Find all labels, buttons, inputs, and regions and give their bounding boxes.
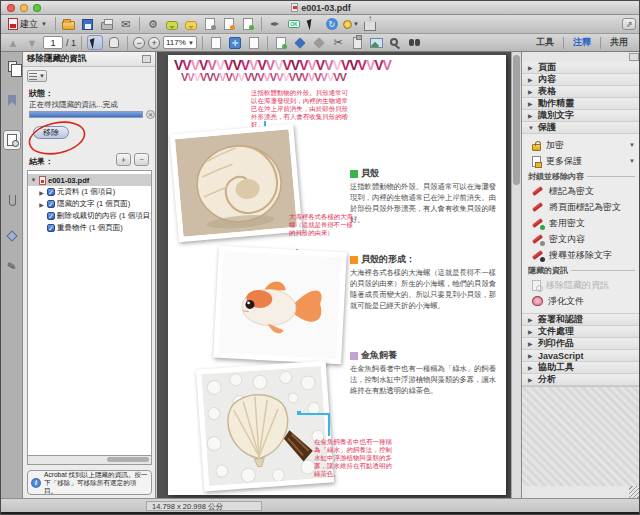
share-button[interactable] xyxy=(362,17,378,32)
tree-root-row[interactable]: ▼ e001-03.pdf xyxy=(28,174,151,186)
tree-item-hidden-text[interactable]: ▶ ✓ 隱藏的文字 (1 個頁面) xyxy=(28,198,151,210)
comments-pane-button[interactable]: 注釋 xyxy=(564,34,600,51)
tree-item-metadata[interactable]: ▶ ✓ 元資料 (1 個項目) xyxy=(28,186,151,198)
snapshot-button[interactable] xyxy=(368,35,384,50)
blue-tag-button[interactable] xyxy=(292,35,308,50)
toolbar-separator xyxy=(267,36,268,50)
divider xyxy=(587,176,635,177)
pdf-document-icon xyxy=(291,3,298,12)
mark-pages-redaction-item[interactable]: 將頁面標記為密文 xyxy=(522,199,640,215)
window-resize-grip[interactable] xyxy=(629,486,640,498)
encrypt-item[interactable]: 加密 ▼ xyxy=(522,137,640,153)
check-badge-icon xyxy=(540,225,545,230)
sign-pen-button[interactable]: ✒ xyxy=(267,17,283,32)
review-button[interactable] xyxy=(273,35,289,50)
pane-buttons: 工具 注釋 共用 xyxy=(527,34,637,51)
results-horizontal-scrollbar[interactable] xyxy=(27,456,152,465)
next-page-button[interactable]: ▼ xyxy=(24,35,40,50)
document-vertical-scrollbar[interactable] xyxy=(511,52,521,498)
title-bar[interactable]: e001-03.pdf xyxy=(1,1,640,15)
hidden-info-panel-button[interactable] xyxy=(3,130,21,150)
section-analyze[interactable]: ▶分析 xyxy=(522,374,640,386)
zoom-in-button[interactable]: + xyxy=(148,37,160,49)
gray-tag-button[interactable] xyxy=(311,35,327,50)
printer-icon xyxy=(101,22,113,30)
layers-panel-button[interactable] xyxy=(4,228,20,244)
checkbox-checked-icon[interactable]: ✓ xyxy=(47,188,55,196)
ok-stamp-button[interactable]: OK xyxy=(286,17,302,32)
advanced-search-button[interactable] xyxy=(406,35,422,50)
signatures-panel-button[interactable]: ✎ xyxy=(4,258,20,274)
more-protection-item[interactable]: 更多保護 ▼ xyxy=(522,153,640,169)
checkbox-checked-icon[interactable]: ✓ xyxy=(47,212,55,220)
page-number-input[interactable] xyxy=(43,36,63,49)
section-protection[interactable]: ▼保護 xyxy=(522,122,640,134)
single-page-icon xyxy=(249,37,259,49)
select-tool-button[interactable] xyxy=(87,35,103,50)
print-button[interactable] xyxy=(99,17,115,32)
share-pane-button[interactable]: 共用 xyxy=(601,34,637,51)
edit-document-button[interactable] xyxy=(202,17,218,32)
search-remove-text-item[interactable]: 搜尋並移除文字 xyxy=(522,247,640,263)
document-view[interactable]: VVVVVVVVVVVVVVVVVVVVVVVVVVVVVVVVVVVVVVVV… xyxy=(157,52,511,498)
panel-corner-icon[interactable] xyxy=(629,53,639,61)
fullscreen-button[interactable]: ⇗ xyxy=(621,17,637,32)
redaction-properties-item[interactable]: 密文內容 xyxy=(522,231,640,247)
sanitize-document-item[interactable]: 淨化文件 xyxy=(522,293,640,309)
remove-button[interactable]: 移除 xyxy=(33,126,69,139)
settings-button[interactable]: ⚙ xyxy=(145,17,161,32)
checkbox-checked-icon[interactable]: ✓ xyxy=(47,200,55,208)
chevron-down-icon[interactable]: ▼ xyxy=(629,158,635,164)
open-file-button[interactable] xyxy=(61,17,77,32)
collapse-all-button[interactable]: － xyxy=(134,153,149,166)
scrollbar-thumb[interactable] xyxy=(107,457,149,462)
disclosure-open-icon[interactable]: ▼ xyxy=(30,177,37,183)
expand-all-button[interactable]: ＋ xyxy=(116,153,131,166)
checkbox-checked-icon[interactable]: ✓ xyxy=(47,224,55,232)
hand-tool-button[interactable] xyxy=(106,35,122,50)
info-icon: i xyxy=(31,478,41,488)
disclosure-closed-icon[interactable]: ▶ xyxy=(38,189,45,196)
single-page-button[interactable] xyxy=(246,35,262,50)
page-thumbnails-panel-button[interactable] xyxy=(4,58,20,74)
scrolling-mode-button[interactable] xyxy=(208,35,224,50)
panel-collapse-icon[interactable] xyxy=(142,55,151,63)
clipboard-button[interactable] xyxy=(349,35,365,50)
comment-button[interactable] xyxy=(164,17,180,32)
mark-for-redaction-item[interactable]: 標記為密文 xyxy=(522,183,640,199)
disclosure-closed-icon[interactable]: ▶ xyxy=(38,201,45,208)
tools-pane-button[interactable]: 工具 xyxy=(527,34,563,51)
attachments-panel-button[interactable] xyxy=(4,192,20,208)
search-button[interactable] xyxy=(387,35,403,50)
chevron-down-icon[interactable]: ▼ xyxy=(629,142,635,148)
panel-options-button[interactable]: ▼ xyxy=(27,70,47,82)
email-button[interactable]: ✉ xyxy=(118,17,134,32)
scrollbar-thumb[interactable] xyxy=(513,55,520,185)
fit-window-button[interactable]: ✛ xyxy=(227,35,243,50)
status-text: 正在尋找隱藏的資訊...完成 xyxy=(29,100,118,110)
section-heading-formation: 貝殼的形成： xyxy=(350,253,415,266)
zoom-out-button[interactable]: − xyxy=(133,37,145,49)
previous-page-button[interactable]: ▲ xyxy=(5,35,21,50)
cancel-progress-button[interactable]: ✕ xyxy=(146,110,155,119)
tree-item-deleted-content[interactable]: ✓ 刪除或裁切的內容 (1 個項目) xyxy=(28,210,151,222)
geolocation-button[interactable]: ▼ xyxy=(343,17,359,32)
remove-hidden-info-item[interactable]: 移除隱藏的資訊 xyxy=(522,277,640,293)
expand-arrows-icon: ⇗ xyxy=(622,18,636,30)
toolbar-separator xyxy=(261,17,262,31)
export-document-button[interactable] xyxy=(221,17,237,32)
select-cursor-button[interactable] xyxy=(305,17,321,32)
save-file-button[interactable] xyxy=(80,17,96,32)
zoom-level-select[interactable]: 117% ▼ xyxy=(163,36,197,49)
annotate-comment-button[interactable] xyxy=(183,17,199,32)
section-print-production[interactable]: ▶列印作品 xyxy=(522,338,640,350)
apply-redactions-item[interactable]: 套用密文 xyxy=(522,215,640,231)
attach-document-button[interactable] xyxy=(240,17,256,32)
acrobat-window: e001-03.pdf 建立 ▼ ✉ ⚙ ✒ OK ↻ ▼ ⇗ ▲ ▼ xyxy=(0,0,640,515)
tree-item-label: 刪除或裁切的內容 (1 個項目) xyxy=(57,211,152,221)
tree-item-overlapping-objects[interactable]: ✓ 重疊物件 (1 個頁面) xyxy=(28,222,151,234)
bookmarks-panel-button[interactable] xyxy=(4,92,20,108)
sync-badge-button[interactable]: ↻ xyxy=(324,17,340,32)
create-pdf-button[interactable]: 建立 ▼ xyxy=(5,17,50,32)
cut-button[interactable]: ✂ xyxy=(330,35,346,50)
